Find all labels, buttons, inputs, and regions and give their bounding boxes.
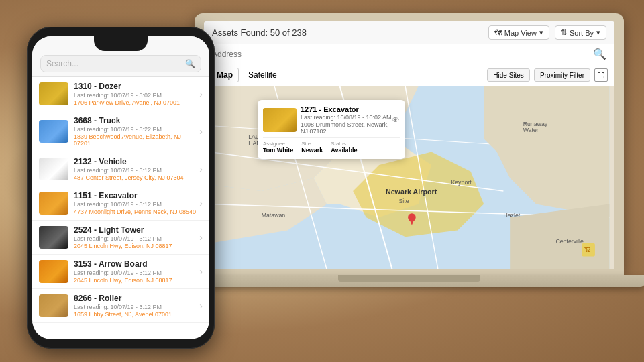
asset-address: 487 Center Street, Jersey City, NJ 07304 [74,174,199,181]
proximity-filter-button[interactable]: Proximity Filter [534,68,590,82]
chevron-down-icon: ▾ [596,28,600,37]
asset-last-reading: Last reading: 10/07/19 - 3:12 PM [74,201,199,208]
laptop-screen: Assets Found: 50 of 238 🗺 Map View ▾ ⇅ S… [204,21,614,269]
popup-header: 1271 - Excavator Last reading: 10/08/19 … [263,105,400,135]
chevron-right-icon: › [199,126,203,137]
phone-screen: Search... 🔍 1310 - Dozer Last reading: 1… [32,36,209,339]
laptop-hinge [338,275,480,282]
eye-icon[interactable]: 👁 [392,115,400,125]
list-item[interactable]: 2132 - Vehicle Last reading: 10/07/19 - … [32,152,209,186]
map-area[interactable]: LAURENCE HARBOR Runaway Water Newark Air… [204,86,614,269]
svg-text:Keyport: Keyport [451,179,472,186]
asset-last-reading: Last reading: 10/07/19 - 3:12 PM [74,304,199,310]
asset-address: 2045 Lincoln Hwy, Edison, NJ 08817 [74,277,199,284]
asset-info: 1310 - Dozer Last reading: 10/07/19 - 3:… [74,82,199,106]
asset-address: 2045 Lincoln Hwy, Edison, NJ 08817 [74,243,199,249]
popup-site: Site: Newark [301,141,323,154]
asset-last-reading: Last reading: 10/07/19 - 3:12 PM [74,167,199,174]
search-placeholder: Search... [46,59,185,68]
asset-title: 8266 - Roller [74,294,199,303]
hide-sites-button[interactable]: Hide Sites [487,68,530,82]
chevron-right-icon: › [199,198,203,208]
asset-thumbnail [39,120,68,143]
map-right-controls: Hide Sites Proximity Filter ⛶ [487,68,608,82]
asset-address: 1706 Parkview Drive, Avanel, NJ 07001 [74,99,199,106]
svg-text:Matawan: Matawan [262,212,286,219]
phone: Search... 🔍 1310 - Dozer Last reading: 1… [27,27,215,349]
asset-thumbnail [39,226,68,249]
chevron-right-icon: › [199,266,203,277]
list-item[interactable]: 3668 - Truck Last reading: 10/07/19 - 3:… [32,111,209,152]
asset-last-reading: Last reading: 10/07/19 - 3:02 PM [74,92,199,99]
list-item[interactable]: 8266 - Roller Last reading: 10/07/19 - 3… [32,289,209,323]
asset-thumbnail [39,260,68,283]
asset-address: 1839 Beechwood Avenue, Elizabeth, NJ 072… [74,133,199,147]
map-icon: 🗺 [494,29,502,37]
list-item[interactable]: 2524 - Light Tower Last reading: 10/07/1… [32,221,209,255]
asset-info: 2132 - Vehicle Last reading: 10/07/19 - … [74,157,199,181]
map-toolbar: Map Satellite Hide Sites Proximity Filte… [204,64,614,86]
popup-info: 1271 - Excavator Last reading: 10/08/19 … [301,105,392,135]
list-item[interactable]: 3153 - Arrow Board Last reading: 10/07/1… [32,255,209,289]
svg-text:Site: Site [398,198,409,204]
asset-info: 3668 - Truck Last reading: 10/07/19 - 3:… [74,116,199,147]
laptop-header: Assets Found: 50 of 238 🗺 Map View ▾ ⇅ S… [204,21,614,44]
asset-title: 2132 - Vehicle [74,157,199,166]
asset-info: 8266 - Roller Last reading: 10/07/19 - 3… [74,294,199,318]
asset-last-reading: Last reading: 10/07/19 - 3:12 PM [74,269,199,276]
list-item[interactable]: 1310 - Dozer Last reading: 10/07/19 - 3:… [32,77,209,111]
chevron-right-icon: › [199,232,203,243]
asset-last-reading: Last reading: 10/07/19 - 3:22 PM [74,126,199,133]
fullscreen-button[interactable]: ⛶ [594,68,608,82]
address-input[interactable] [212,50,593,59]
asset-address: 1659 Libby Street, NJ, Avenel 07001 [74,311,199,318]
laptop-body: Assets Found: 50 of 238 🗺 Map View ▾ ⇅ S… [195,13,624,275]
search-icon: 🔍 [593,48,606,60]
phone-asset-list: 1310 - Dozer Last reading: 10/07/19 - 3:… [32,77,209,339]
phone-search-field[interactable]: Search... 🔍 [40,55,201,72]
phone-outer: Search... 🔍 1310 - Dozer Last reading: 1… [27,27,215,349]
asset-title: 1310 - Dozer [74,82,199,91]
tab-map[interactable]: Map [211,68,239,82]
tab-satellite[interactable]: Satellite [243,68,282,82]
chevron-right-icon: › [199,164,203,174]
popup-asset-image [263,108,297,132]
asset-thumbnail [39,82,68,105]
svg-text:Hazlet: Hazlet [503,212,520,219]
sort-by-button[interactable]: ⇅ Sort By ▾ [555,25,606,40]
asset-thumbnail [39,158,68,180]
laptop: Assets Found: 50 of 238 🗺 Map View ▾ ⇅ S… [195,13,624,302]
asset-title: 1151 - Excavator [74,191,199,200]
list-item[interactable]: 1151 - Excavator Last reading: 10/07/19 … [32,186,209,221]
asset-thumbnail [39,192,68,215]
address-search-bar: 🔍 [204,44,614,64]
search-icon: 🔍 [185,59,195,68]
map-view-button[interactable]: 🗺 Map View ▾ [488,25,549,40]
asset-title: 3668 - Truck [74,116,199,125]
asset-title: 2524 - Light Tower [74,225,199,235]
asset-address: 4737 Moonlight Drive, Penns Neck, NJ 085… [74,208,199,215]
assets-count: Assets Found: 50 of 238 [212,27,307,38]
svg-text:Newark Airport: Newark Airport [386,188,437,196]
header-controls: 🗺 Map View ▾ ⇅ Sort By ▾ [488,25,606,40]
svg-text:Runaway: Runaway [523,121,548,127]
laptop-base [173,275,644,287]
asset-info: 1151 - Excavator Last reading: 10/07/19 … [74,191,199,215]
popup-title: 1271 - Excavator [301,105,392,113]
chevron-right-icon: › [199,300,203,311]
asset-info: 3153 - Arrow Board Last reading: 10/07/1… [74,259,199,284]
asset-last-reading: Last reading: 10/07/19 - 3:12 PM [74,235,199,242]
asset-popup: 1271 - Excavator Last reading: 10/08/19 … [258,100,405,159]
svg-text:🏗: 🏗 [584,246,591,253]
popup-status: Status: Available [331,141,357,154]
asset-title: 3153 - Arrow Board [74,259,199,269]
popup-address: 1008 Drummond Street, Newark, NJ 07102 [301,121,392,135]
svg-text:Water: Water [523,127,539,133]
chevron-right-icon: › [199,88,203,99]
popup-details: Assignee: Tom White Site: Newark Status:… [263,137,400,154]
popup-assignee: Assignee: Tom White [263,141,293,154]
svg-text:Centerville: Centerville [555,238,584,245]
sort-icon: ⇅ [561,28,567,37]
popup-last-reading: Last reading: 10/08/19 - 10:02 AM [301,114,392,121]
asset-info: 2524 - Light Tower Last reading: 10/07/1… [74,225,199,249]
